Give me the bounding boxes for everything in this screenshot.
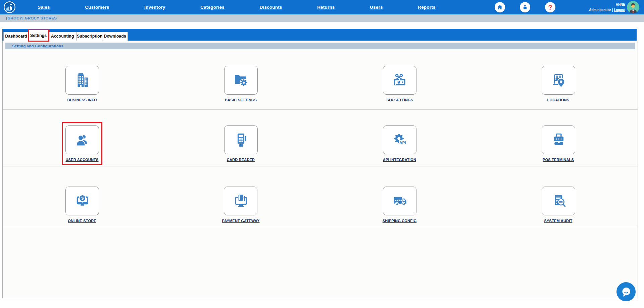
settings-tile-payment-gateway[interactable]: PAYMENT GATEWAY <box>219 183 263 226</box>
tile-card[interactable] <box>65 125 99 154</box>
user-info: ANNE Administrator | Logout <box>589 2 625 12</box>
tile-label[interactable]: SHIPPING CONFIG <box>383 219 416 223</box>
tile-card[interactable]: FREE <box>383 187 416 215</box>
tile-card[interactable] <box>542 125 575 154</box>
chat-button[interactable] <box>616 282 636 301</box>
user-role: Administrator <box>589 8 611 12</box>
nav-icon-buttons: ? <box>495 2 555 12</box>
menu-item-sales[interactable]: Sales <box>38 5 50 10</box>
user-avatar[interactable] <box>627 1 639 13</box>
tile-label[interactable]: SYSTEM AUDIT <box>544 219 573 223</box>
home-icon <box>497 4 503 10</box>
user-name: ANNE <box>589 2 625 7</box>
tile-card[interactable]: $ <box>65 187 99 215</box>
tile-card[interactable] <box>383 66 416 95</box>
breadcrumb: [GROCY] GROCY STORES <box>0 14 644 22</box>
tile-label[interactable]: BASIC SETTINGS <box>225 98 257 102</box>
help-button[interactable]: ? <box>545 2 555 12</box>
tile-card[interactable] <box>224 66 258 95</box>
home-button[interactable] <box>495 2 505 12</box>
tab-bar: Dashboard Settings Accounting Subscripti… <box>2 29 637 41</box>
breadcrumb-label: [GROCY] GROCY STORES <box>6 16 57 20</box>
top-navbar: Sales Customers Inventory Categories Dis… <box>0 0 644 14</box>
store-logo[interactable] <box>3 1 16 13</box>
tile-label[interactable]: LOCATIONS <box>547 98 569 102</box>
menu-item-inventory[interactable]: Inventory <box>144 5 165 10</box>
settings-tile-locations[interactable]: LOCATIONS <box>538 62 579 105</box>
settings-tile-card-reader[interactable]: CARD READER <box>221 122 261 165</box>
tab-dashboard[interactable]: Dashboard <box>3 32 29 41</box>
settings-tile-basic-settings[interactable]: BASIC SETTINGS <box>221 62 261 105</box>
menu-item-customers[interactable]: Customers <box>85 5 109 10</box>
tile-label[interactable]: TAX SETTINGS <box>386 98 413 102</box>
settings-row-2: USER ACCOUNTS CARD READER <box>3 110 638 166</box>
users-icon <box>73 131 91 149</box>
cash-register-icon <box>549 131 567 149</box>
store-pin-icon <box>549 71 567 89</box>
settings-tile-tax-settings[interactable]: TAX SETTINGS <box>380 62 420 105</box>
settings-panel: Setting and Configurations BUSINESS INFO <box>2 41 638 298</box>
tile-label[interactable]: USER ACCOUNTS <box>65 158 98 162</box>
settings-tile-pos-terminals[interactable]: POS TERMINALS <box>538 122 579 165</box>
svg-text:FREE: FREE <box>395 199 402 202</box>
menu-item-users[interactable]: Users <box>370 5 383 10</box>
settings-tile-system-audit[interactable]: SYSTEM AUDIT <box>538 183 579 226</box>
svg-text:API: API <box>399 140 406 145</box>
tab-downloads[interactable]: Downloads <box>102 32 128 41</box>
tile-card[interactable] <box>542 187 575 215</box>
tile-label[interactable]: PAYMENT GATEWAY <box>222 219 260 223</box>
gear-api-icon: API <box>391 131 409 149</box>
avatar-icon <box>627 1 639 13</box>
menu-item-returns[interactable]: Returns <box>317 5 335 10</box>
truck-icon: FREE <box>391 192 409 210</box>
buildings-icon <box>73 71 91 89</box>
settings-tile-shipping-config[interactable]: FREE SHIPPING CONFIG <box>379 183 420 226</box>
card-reader-icon <box>232 131 250 149</box>
tile-card[interactable] <box>224 187 257 215</box>
tile-label[interactable]: ONLINE STORE <box>68 219 96 223</box>
tab-settings[interactable]: Settings <box>29 30 48 41</box>
tile-card[interactable] <box>542 66 575 95</box>
settings-row-3: $ ONLINE STORE PAYMENT GATEWAY <box>3 166 638 227</box>
document-magnifier-icon <box>549 192 567 210</box>
menu-item-categories[interactable]: Categories <box>200 5 225 10</box>
folder-gear-icon <box>232 71 250 89</box>
section-title: Setting and Configurations <box>12 44 63 48</box>
tile-card[interactable] <box>224 125 258 154</box>
settings-tile-api-integration[interactable]: API API INTEGRATION <box>380 122 420 165</box>
separator: | <box>612 8 613 12</box>
settings-tile-online-store[interactable]: $ ONLINE STORE <box>62 183 102 226</box>
tile-label[interactable]: API INTEGRATION <box>383 158 416 162</box>
tile-label[interactable]: CARD READER <box>227 158 255 162</box>
tab-subscription[interactable]: Subscription <box>77 32 102 41</box>
tile-label[interactable]: BUSINESS INFO <box>67 98 97 102</box>
chat-bubble-icon <box>620 286 632 298</box>
section-header: Setting and Configurations <box>5 43 635 49</box>
tab-accounting[interactable]: Accounting <box>48 32 77 41</box>
lock-button[interactable] <box>520 2 530 12</box>
tile-label[interactable]: POS TERMINALS <box>543 158 574 162</box>
monitor-dollar-icon: $ <box>73 192 91 210</box>
main-menu: Sales Customers Inventory Categories Dis… <box>20 0 453 14</box>
money-scissors-icon <box>391 71 409 89</box>
svg-text:$: $ <box>81 196 83 201</box>
settings-row-1: BUSINESS INFO <box>3 49 638 110</box>
menu-item-reports[interactable]: Reports <box>418 5 435 10</box>
settings-tile-user-accounts[interactable]: USER ACCOUNTS <box>62 122 102 165</box>
settings-tile-business-info[interactable]: BUSINESS INFO <box>62 62 102 105</box>
help-icon: ? <box>548 4 552 11</box>
menu-item-discounts[interactable]: Discounts <box>260 5 282 10</box>
monitor-card-icon <box>232 192 250 210</box>
tile-card[interactable] <box>65 66 99 95</box>
lock-icon <box>522 4 528 10</box>
tile-card[interactable]: API <box>383 125 416 154</box>
logout-link[interactable]: Logout <box>614 8 625 12</box>
